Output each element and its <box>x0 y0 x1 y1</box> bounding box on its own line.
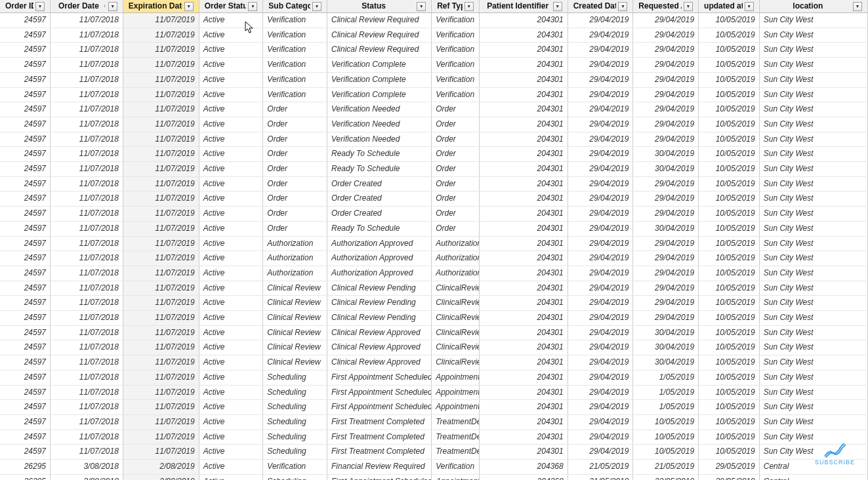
cell-order_id[interactable]: 24597 <box>0 355 51 370</box>
cell-ref_type[interactable]: Verification <box>432 13 480 28</box>
cell-status[interactable]: Clinical Review Required <box>327 28 432 43</box>
cell-location[interactable]: Sun City West <box>759 414 867 430</box>
cell-sub_category[interactable]: Verification <box>263 43 327 58</box>
cell-requested_at[interactable]: 1/05/2019 <box>633 385 699 400</box>
cell-updated_at[interactable]: 10/05/2019 <box>699 102 760 117</box>
table-row[interactable]: 2459711/07/201811/07/2019ActiveOrderRead… <box>0 221 868 236</box>
filter-dropdown-icon[interactable]: ▼ <box>853 2 862 11</box>
cell-created_date[interactable]: 29/04/2019 <box>568 28 633 43</box>
cell-expiration_date[interactable]: 11/07/2019 <box>123 132 199 147</box>
cell-requested_at[interactable]: 29/04/2019 <box>633 72 699 87</box>
cell-created_date[interactable]: 29/04/2019 <box>568 355 633 370</box>
cell-sub_category[interactable]: Scheduling <box>263 400 327 415</box>
cell-location[interactable]: Sun City West <box>759 296 867 311</box>
cell-order_date[interactable]: 11/07/2018 <box>51 266 123 281</box>
cell-patient_identifier[interactable]: 204368 <box>479 474 568 480</box>
cell-updated_at[interactable]: 29/05/2019 <box>699 474 760 480</box>
cell-status[interactable]: First Appointment Scheduled <box>327 400 432 415</box>
column-header-location[interactable]: location▼ <box>759 0 867 13</box>
cell-order_status[interactable]: Active <box>199 132 263 147</box>
cell-order_date[interactable]: 11/07/2018 <box>51 147 123 162</box>
cell-sub_category[interactable]: Order <box>263 102 327 117</box>
cell-patient_identifier[interactable]: 204301 <box>479 281 568 296</box>
cell-order_id[interactable]: 24597 <box>0 58 51 73</box>
cell-order_date[interactable]: 11/07/2018 <box>51 176 123 191</box>
cell-order_date[interactable]: 11/07/2018 <box>51 281 123 296</box>
cell-patient_identifier[interactable]: 204301 <box>479 251 568 266</box>
cell-expiration_date[interactable]: 11/07/2019 <box>123 325 199 340</box>
cell-order_id[interactable]: 24597 <box>0 340 51 355</box>
cell-order_status[interactable]: Active <box>199 117 263 132</box>
cell-sub_category[interactable]: Verification <box>263 87 327 102</box>
cell-order_date[interactable]: 11/07/2018 <box>51 162 123 177</box>
column-header-updated_at[interactable]: updated at▼ <box>699 0 760 13</box>
cell-order_date[interactable]: 11/07/2018 <box>51 400 123 415</box>
cell-created_date[interactable]: 29/04/2019 <box>568 58 633 73</box>
cell-expiration_date[interactable]: 11/07/2019 <box>123 340 199 355</box>
cell-created_date[interactable]: 29/04/2019 <box>568 266 633 281</box>
cell-requested_at[interactable]: 29/04/2019 <box>633 117 699 132</box>
cell-updated_at[interactable]: 10/05/2019 <box>699 251 760 266</box>
cell-patient_identifier[interactable]: 204301 <box>479 13 568 28</box>
table-row[interactable]: 2459711/07/201811/07/2019ActiveOrderOrde… <box>0 176 868 191</box>
cell-created_date[interactable]: 29/04/2019 <box>568 221 633 236</box>
cell-order_status[interactable]: Active <box>199 266 263 281</box>
cell-order_date[interactable]: 11/07/2018 <box>51 117 123 132</box>
column-header-status[interactable]: Status▼ <box>327 0 432 13</box>
cell-expiration_date[interactable]: 11/07/2019 <box>123 87 199 102</box>
cell-created_date[interactable]: 29/04/2019 <box>568 414 633 430</box>
table-row[interactable]: 2459711/07/201811/07/2019ActiveOrderRead… <box>0 147 868 162</box>
data-grid[interactable]: Order ID▼Order Date↑▼Expiration Date▼Ord… <box>0 0 868 480</box>
cell-sub_category[interactable]: Authorization <box>263 236 327 251</box>
cell-updated_at[interactable]: 29/05/2019 <box>699 460 760 475</box>
cell-order_status[interactable]: Active <box>199 445 263 460</box>
cell-patient_identifier[interactable]: 204301 <box>479 430 568 445</box>
cell-sub_category[interactable]: Order <box>263 176 327 191</box>
cell-created_date[interactable]: 29/04/2019 <box>568 445 633 460</box>
cell-order_date[interactable]: 3/08/2018 <box>51 460 123 475</box>
cell-updated_at[interactable]: 10/05/2019 <box>699 236 760 251</box>
cell-created_date[interactable]: 29/04/2019 <box>568 147 633 162</box>
table-row[interactable]: 2459711/07/201811/07/2019ActiveClinical … <box>0 340 868 355</box>
cell-status[interactable]: Ready To Schedule <box>327 147 432 162</box>
cell-created_date[interactable]: 29/04/2019 <box>568 400 633 415</box>
cell-sub_category[interactable]: Order <box>263 191 327 207</box>
cell-created_date[interactable]: 21/05/2019 <box>568 474 633 480</box>
cell-expiration_date[interactable]: 11/07/2019 <box>123 58 199 73</box>
column-header-sub_category[interactable]: Sub Category▼ <box>263 0 327 13</box>
cell-updated_at[interactable]: 10/05/2019 <box>699 132 760 147</box>
cell-patient_identifier[interactable]: 204301 <box>479 325 568 340</box>
cell-created_date[interactable]: 29/04/2019 <box>568 236 633 251</box>
cell-sub_category[interactable]: Clinical Review <box>263 311 327 326</box>
cell-created_date[interactable]: 29/04/2019 <box>568 251 633 266</box>
cell-status[interactable]: Order Created <box>327 207 432 222</box>
cell-order_date[interactable]: 11/07/2018 <box>51 311 123 326</box>
cell-status[interactable]: Clinical Review Required <box>327 43 432 58</box>
cell-order_status[interactable]: Active <box>199 251 263 266</box>
cell-requested_at[interactable]: 30/04/2019 <box>633 355 699 370</box>
table-row[interactable]: 262953/08/20182/08/2019ActiveSchedulingF… <box>0 474 868 480</box>
cell-location[interactable]: Sun City West <box>759 236 867 251</box>
cell-patient_identifier[interactable]: 204301 <box>479 162 568 177</box>
cell-ref_type[interactable]: Order <box>432 147 480 162</box>
cell-updated_at[interactable]: 10/05/2019 <box>699 296 760 311</box>
cell-sub_category[interactable]: Order <box>263 132 327 147</box>
cell-ref_type[interactable]: Appointment <box>432 400 480 415</box>
cell-order_id[interactable]: 24597 <box>0 430 51 445</box>
cell-updated_at[interactable]: 10/05/2019 <box>699 58 760 73</box>
cell-order_status[interactable]: Active <box>199 325 263 340</box>
cell-patient_identifier[interactable]: 204301 <box>479 311 568 326</box>
cell-expiration_date[interactable]: 11/07/2019 <box>123 28 199 43</box>
cell-location[interactable]: Sun City West <box>759 311 867 326</box>
cell-updated_at[interactable]: 10/05/2019 <box>699 191 760 207</box>
cell-order_date[interactable]: 11/07/2018 <box>51 414 123 430</box>
cell-patient_identifier[interactable]: 204301 <box>479 340 568 355</box>
column-header-expiration_date[interactable]: Expiration Date▼ <box>123 0 199 13</box>
cell-status[interactable]: First Appointment Scheduled <box>327 385 432 400</box>
cell-order_status[interactable]: Active <box>199 87 263 102</box>
cell-order_date[interactable]: 11/07/2018 <box>51 191 123 207</box>
cell-ref_type[interactable]: Appointment <box>432 370 480 385</box>
cell-requested_at[interactable]: 29/04/2019 <box>633 87 699 102</box>
cell-requested_at[interactable]: 29/04/2019 <box>633 13 699 28</box>
cell-patient_identifier[interactable]: 204301 <box>479 400 568 415</box>
